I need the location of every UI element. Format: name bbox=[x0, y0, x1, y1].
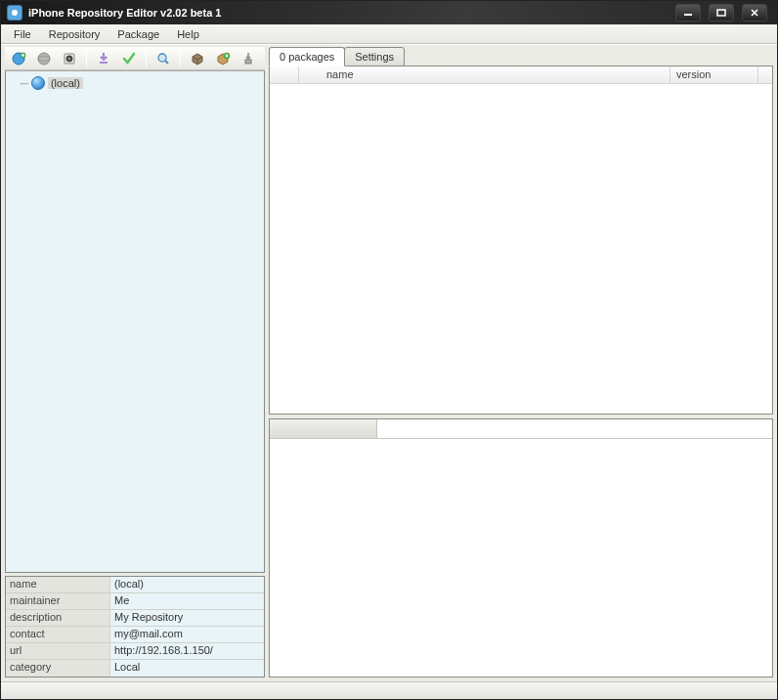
property-key: name bbox=[6, 577, 110, 592]
svg-point-4 bbox=[38, 53, 50, 65]
detail-selector[interactable] bbox=[270, 419, 377, 438]
list-body[interactable] bbox=[270, 84, 772, 414]
right-column: 0 packages Settings name version bbox=[269, 47, 773, 678]
column-end bbox=[758, 66, 772, 83]
download-button[interactable] bbox=[94, 49, 113, 68]
package-b-button[interactable] bbox=[213, 49, 233, 68]
open-repo-button[interactable] bbox=[34, 49, 54, 68]
property-value[interactable]: My Repository bbox=[110, 610, 264, 626]
tab-settings[interactable]: Settings bbox=[344, 47, 405, 66]
column-version[interactable]: version bbox=[670, 66, 758, 83]
property-row[interactable]: url http://192.168.1.150/ bbox=[6, 643, 264, 660]
list-header: name version bbox=[270, 66, 772, 84]
tab-content: name version bbox=[269, 66, 773, 678]
detail-header bbox=[270, 419, 772, 439]
toolbar-separator bbox=[86, 50, 87, 67]
svg-point-9 bbox=[158, 54, 166, 62]
menu-repository[interactable]: Repository bbox=[40, 26, 109, 42]
status-bar bbox=[1, 681, 777, 699]
detail-panel bbox=[269, 418, 773, 678]
tree-root-item[interactable]: ····· (local) bbox=[10, 75, 260, 91]
maximize-button[interactable] bbox=[709, 4, 734, 22]
property-row[interactable]: category Local bbox=[6, 660, 264, 677]
property-key: description bbox=[6, 610, 110, 626]
globe-icon bbox=[31, 76, 45, 90]
svg-point-8 bbox=[68, 58, 70, 60]
left-column: ····· (local) name (local) maintainer Me bbox=[5, 47, 265, 678]
search-button[interactable] bbox=[153, 49, 173, 68]
property-value[interactable]: Local bbox=[110, 660, 264, 677]
property-row[interactable]: name (local) bbox=[6, 577, 264, 593]
svg-rect-11 bbox=[245, 60, 251, 64]
property-row[interactable]: contact my@mail.com bbox=[6, 627, 264, 643]
application-window: iPhone Repository Editor v2.02 beta 1 Fi… bbox=[0, 0, 778, 700]
menu-file[interactable]: File bbox=[5, 26, 40, 42]
export-button[interactable] bbox=[238, 49, 258, 68]
property-key: contact bbox=[6, 627, 110, 642]
main-split: ····· (local) name (local) maintainer Me bbox=[1, 45, 777, 681]
property-row[interactable]: description My Repository bbox=[6, 610, 264, 627]
svg-rect-0 bbox=[684, 14, 692, 16]
detail-body[interactable] bbox=[270, 439, 772, 677]
column-spacer[interactable] bbox=[270, 66, 299, 83]
save-button[interactable] bbox=[60, 49, 79, 68]
window-title: iPhone Repository Editor v2.02 beta 1 bbox=[28, 7, 675, 19]
package-a-button[interactable] bbox=[188, 49, 207, 68]
new-repo-button[interactable] bbox=[9, 49, 28, 68]
client-area: ····· (local) name (local) maintainer Me bbox=[1, 44, 777, 699]
properties-grid: name (local) maintainer Me description M… bbox=[5, 576, 265, 678]
app-icon bbox=[7, 5, 22, 21]
tree-item-label: (local) bbox=[48, 77, 83, 89]
menu-help[interactable]: Help bbox=[168, 26, 208, 42]
property-key: category bbox=[6, 660, 110, 677]
toolbar-separator bbox=[146, 50, 147, 67]
tab-packages[interactable]: 0 packages bbox=[269, 47, 345, 66]
tab-strip: 0 packages Settings bbox=[269, 47, 773, 66]
property-value[interactable]: (local) bbox=[110, 577, 264, 592]
tree-connector: ····· bbox=[20, 78, 28, 89]
package-list[interactable]: name version bbox=[269, 66, 773, 415]
close-button[interactable] bbox=[742, 4, 767, 22]
menu-package[interactable]: Package bbox=[108, 26, 168, 42]
svg-rect-1 bbox=[717, 10, 725, 16]
property-value[interactable]: http://192.168.1.150/ bbox=[110, 643, 264, 659]
property-value[interactable]: my@mail.com bbox=[110, 627, 264, 642]
column-name[interactable]: name bbox=[299, 66, 670, 83]
repository-tree[interactable]: ····· (local) bbox=[5, 70, 265, 573]
property-key: maintainer bbox=[6, 593, 110, 609]
menubar: File Repository Package Help bbox=[1, 24, 777, 44]
toolbar bbox=[5, 47, 265, 70]
property-row[interactable]: maintainer Me bbox=[6, 593, 264, 610]
window-controls bbox=[675, 4, 777, 22]
titlebar[interactable]: iPhone Repository Editor v2.02 beta 1 bbox=[1, 1, 777, 24]
minimize-button[interactable] bbox=[675, 4, 701, 22]
verify-button[interactable] bbox=[119, 49, 139, 68]
toolbar-separator bbox=[180, 50, 181, 67]
property-key: url bbox=[6, 643, 110, 659]
property-value[interactable]: Me bbox=[110, 593, 264, 609]
